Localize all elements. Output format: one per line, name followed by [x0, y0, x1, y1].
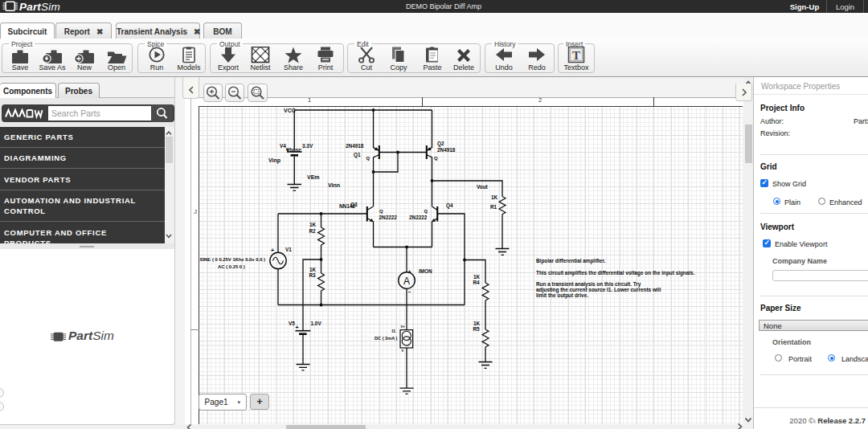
- svg-text:Q1: Q1: [354, 152, 361, 158]
- svg-text:R5: R5: [473, 326, 481, 332]
- svg-text:IMON: IMON: [419, 268, 432, 274]
- svg-text:R3: R3: [309, 272, 317, 278]
- svg-text:Vinp: Vinp: [268, 157, 280, 164]
- svg-text:This circuit amplifies the dif: This circuit amplifies the differential …: [536, 270, 695, 276]
- svg-text:Q: Q: [434, 156, 438, 161]
- svg-text:+: +: [296, 325, 299, 330]
- svg-text:+: +: [408, 269, 411, 275]
- svg-text:2N4918: 2N4918: [346, 143, 364, 149]
- svg-text:3.3V: 3.3V: [302, 143, 313, 149]
- svg-text:Q: Q: [424, 209, 428, 214]
- svg-text:I1: I1: [392, 329, 396, 333]
- svg-text:R1: R1: [490, 204, 497, 210]
- svg-text:Q: Q: [379, 209, 383, 214]
- svg-text:A: A: [403, 276, 410, 287]
- svg-text:1K: 1K: [309, 222, 317, 227]
- svg-text:1K: 1K: [491, 194, 498, 200]
- svg-text:v: v: [402, 349, 404, 353]
- svg-text:Q2: Q2: [437, 141, 444, 147]
- svg-text:2N2222: 2N2222: [409, 214, 428, 220]
- svg-text:+: +: [271, 247, 274, 253]
- svg-text:Q3: Q3: [350, 202, 358, 208]
- svg-text:limit the output drive.: limit the output drive.: [536, 292, 588, 299]
- svg-text:1K: 1K: [473, 274, 481, 280]
- svg-text:Vbase: Vbase: [286, 147, 301, 153]
- svg-text:VCC: VCC: [284, 108, 296, 113]
- svg-text:Vout: Vout: [477, 184, 489, 190]
- svg-text:–: –: [408, 288, 411, 294]
- svg-text:R2: R2: [309, 228, 317, 234]
- svg-text:v+: v+: [401, 325, 406, 329]
- svg-text:R4: R4: [473, 280, 481, 285]
- svg-text:Q: Q: [366, 156, 371, 161]
- svg-text:Q4: Q4: [446, 202, 453, 209]
- svg-text:V1: V1: [285, 247, 292, 252]
- svg-text:2N4918: 2N4918: [437, 147, 456, 153]
- svg-text:Bipolar differential amplifier: Bipolar differential amplifier.: [536, 258, 606, 264]
- svg-text:Vinn: Vinn: [328, 182, 340, 188]
- svg-text:1.0V: 1.0V: [311, 321, 322, 326]
- svg-text:VEm: VEm: [307, 174, 320, 180]
- svg-text:AC ( 0.25 0 ): AC ( 0.25 0 ): [218, 264, 245, 269]
- svg-text:T: T: [572, 49, 580, 62]
- svg-text:V5: V5: [289, 321, 295, 326]
- svg-text:SINE ( 0 0.25V 1Khz 0.0s 0.0 ): SINE ( 0 0.25V 1Khz 0.0s 0.0 ): [200, 257, 266, 262]
- svg-text:DC ( 3mA ): DC ( 3mA ): [375, 336, 398, 341]
- svg-text:2N2222: 2N2222: [379, 214, 398, 220]
- svg-text:1K: 1K: [473, 321, 481, 326]
